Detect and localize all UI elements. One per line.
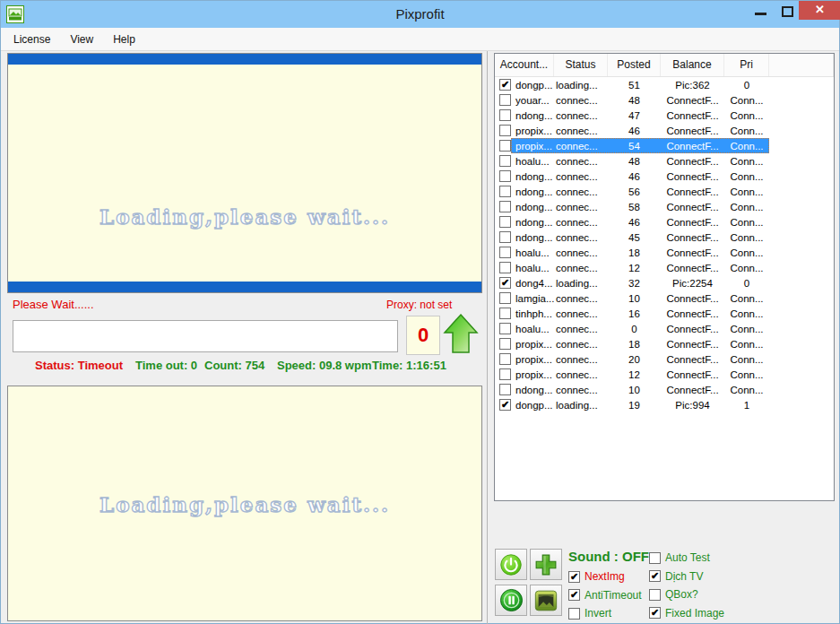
pause-button[interactable] (495, 585, 527, 616)
cell-status: connec... (554, 232, 608, 243)
sound-status-label: Sound : OFF (568, 549, 649, 564)
table-row[interactable]: propix...connec...20ConnectF...Conn... (495, 351, 834, 367)
checkbox-nextimg[interactable]: ✔NextImg (568, 568, 642, 586)
table-row[interactable]: propix...connec...12ConnectF...Conn... (495, 367, 834, 382)
cell-pri: Conn... (724, 324, 769, 334)
table-row[interactable]: tinhph...connec...16ConnectF...Conn... (495, 306, 834, 321)
cell-pri: Conn... (724, 369, 769, 380)
row-checkbox[interactable]: ✔ (495, 399, 511, 411)
checkbox-qbox-[interactable]: QBox? (649, 585, 724, 604)
table-row[interactable]: ndong...connec...46ConnectF...Conn... (495, 169, 834, 184)
status-value: Status: Timeout (35, 359, 123, 372)
cell-posted: 56 (608, 186, 661, 197)
cell-account: ndong... (511, 171, 554, 182)
row-checkbox[interactable] (495, 201, 511, 212)
table-row[interactable]: ndong...connec...47ConnectF...Conn... (495, 108, 834, 123)
table-row[interactable]: ndong...connec...46ConnectF...Conn... (495, 214, 834, 230)
row-cells: dongp...loading...51Pic:3620 (511, 77, 769, 92)
row-checkbox[interactable] (495, 262, 511, 273)
cell-posted: 10 (608, 293, 661, 304)
table-row[interactable]: ✔dong4...loading...32Pic:22540 (495, 275, 834, 290)
empty-checkbox (499, 155, 511, 167)
table-row[interactable]: hoalu...connec...18ConnectF...Conn... (495, 245, 834, 260)
row-checkbox[interactable] (495, 140, 511, 152)
row-checkbox[interactable] (495, 353, 511, 365)
cell-posted: 46 (608, 171, 661, 182)
cell-status: connec... (554, 217, 608, 228)
table-row[interactable]: hoalu...connec...12ConnectF...Conn... (495, 260, 834, 275)
table-row[interactable]: propix...connec...54ConnectF...Conn... (495, 138, 834, 153)
table-row[interactable]: ndong...connec...56ConnectF...Conn... (495, 184, 834, 199)
row-cells: ndong...connec...46ConnectF...Conn... (511, 214, 769, 230)
menu-item-license[interactable]: License (13, 30, 59, 49)
table-row[interactable]: hoalu...connec...48ConnectF...Conn... (495, 153, 834, 169)
maximize-button[interactable] (775, 1, 801, 24)
cell-pri: Conn... (724, 232, 769, 243)
row-checkbox[interactable] (495, 338, 511, 350)
row-checkbox[interactable] (495, 155, 511, 167)
row-checkbox[interactable] (495, 216, 511, 228)
cell-pri: Conn... (724, 263, 769, 273)
submit-arrow-button[interactable] (442, 312, 480, 355)
column-header-balance[interactable]: Balance (661, 54, 724, 76)
add-account-button[interactable] (530, 549, 562, 580)
column-header-posted[interactable]: Posted (608, 54, 661, 76)
row-checkbox[interactable] (495, 186, 511, 197)
cell-account: hoalu... (511, 324, 554, 334)
checkbox-antitimeout[interactable]: ✔AntiTimeout (568, 586, 642, 605)
table-row[interactable]: propix...connec...46ConnectF...Conn... (495, 123, 834, 138)
title-bar[interactable]: Pixprofit ✕ (1, 1, 839, 28)
row-checkbox[interactable]: ✔ (495, 79, 511, 91)
table-row[interactable]: youar...connec...48ConnectF...Conn... (495, 92, 834, 108)
table-row[interactable]: hoalu...connec...0ConnectF...Conn... (495, 321, 834, 336)
cell-posted: 10 (608, 385, 661, 395)
minimize-button[interactable] (749, 1, 774, 24)
row-checkbox[interactable] (495, 292, 511, 304)
vertical-divider (487, 51, 488, 624)
checkbox-fixed-image[interactable]: ✔Fixed Image (649, 604, 724, 623)
row-checkbox[interactable] (495, 247, 511, 258)
column-header-account[interactable]: Account... (495, 54, 554, 76)
table-row[interactable]: propix...connec...18ConnectF...Conn... (495, 336, 834, 351)
row-checkbox[interactable] (495, 231, 511, 243)
cell-posted: 0 (608, 324, 661, 334)
cell-account: ndong... (511, 217, 554, 228)
captcha-text-input[interactable] (13, 320, 398, 352)
cell-pri: Conn... (724, 171, 769, 182)
row-checkbox[interactable] (495, 109, 511, 121)
cell-balance: ConnectF... (661, 308, 724, 319)
start-button[interactable] (495, 549, 527, 580)
row-checkbox[interactable] (495, 368, 511, 380)
close-button[interactable]: ✕ (799, 1, 840, 20)
column-header-status[interactable]: Status (554, 54, 608, 76)
menu-item-view[interactable]: View (70, 30, 102, 49)
table-row[interactable]: ndong...connec...45ConnectF...Conn... (495, 230, 834, 245)
row-checkbox[interactable] (495, 125, 511, 136)
checkbox-auto-test[interactable]: Auto Test (649, 549, 724, 568)
row-checkbox[interactable] (495, 323, 511, 334)
checkbox-label: AntiTimeout (585, 589, 642, 602)
row-checkbox[interactable] (495, 384, 511, 395)
menu-bar: LicenseViewHelp (1, 28, 839, 51)
row-cells: propix...connec...20ConnectF...Conn... (511, 351, 769, 367)
row-checkbox[interactable] (495, 170, 511, 182)
column-header-pri[interactable]: Pri (724, 54, 769, 76)
menu-item-help[interactable]: Help (113, 30, 144, 49)
empty-checkbox (499, 308, 511, 319)
row-checkbox[interactable]: ✔ (495, 277, 511, 289)
cell-account: ndong... (511, 110, 554, 121)
cell-pri: Conn... (724, 339, 769, 350)
checkbox-invert[interactable]: Invert (568, 604, 642, 623)
cell-balance: ConnectF... (661, 141, 724, 152)
image-mode-button[interactable] (530, 585, 562, 616)
row-checkbox[interactable] (495, 94, 511, 106)
checkbox-d-ch-tv[interactable]: ✔Dịch TV (649, 568, 724, 586)
table-row[interactable]: ndong...connec...58ConnectF...Conn... (495, 199, 834, 214)
row-checkbox[interactable] (495, 308, 511, 319)
table-row[interactable]: lamgia...connec...10ConnectF...Conn... (495, 290, 834, 306)
table-row[interactable]: ✔dongp...loading...51Pic:3620 (495, 77, 834, 92)
row-cells: hoalu...connec...12ConnectF...Conn... (511, 260, 769, 275)
table-row[interactable]: ndong...connec...10ConnectF...Conn... (495, 382, 834, 397)
table-row[interactable]: ✔dongp...loading...19Pic:9941 (495, 397, 834, 412)
cell-posted: 18 (608, 339, 661, 350)
